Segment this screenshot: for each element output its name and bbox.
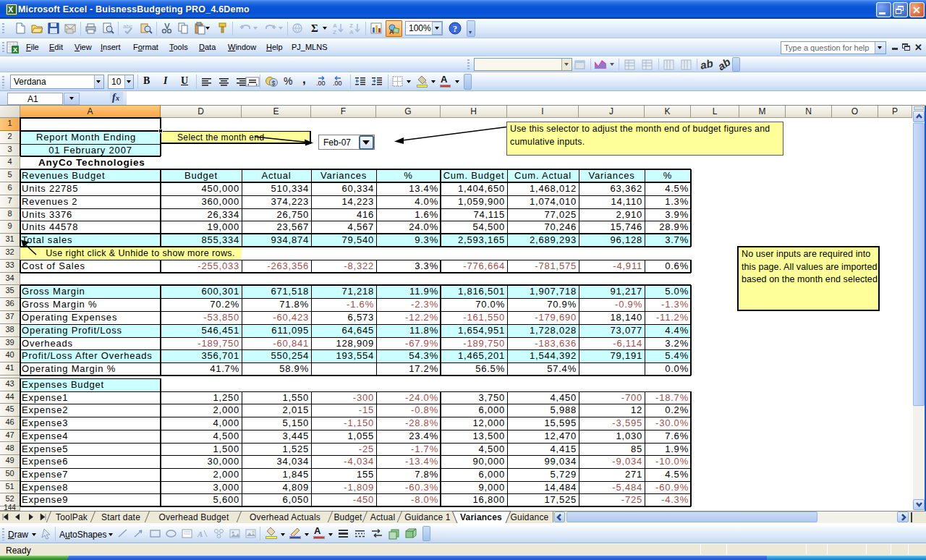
svg-text:A: A <box>197 530 203 538</box>
svg-text:A: A <box>389 28 394 35</box>
svg-text:?: ? <box>453 24 457 34</box>
svg-text:X: X <box>13 46 17 54</box>
svg-text:A: A <box>333 22 337 29</box>
svg-text:$: $ <box>272 80 276 87</box>
svg-text:Z: Z <box>349 22 353 29</box>
svg-text:A: A <box>349 29 354 35</box>
svg-text:.00: .00 <box>316 80 326 87</box>
svg-text:Σ: Σ <box>311 22 318 34</box>
svg-text:.00: .00 <box>333 80 342 87</box>
svg-text:Z: Z <box>333 29 336 35</box>
